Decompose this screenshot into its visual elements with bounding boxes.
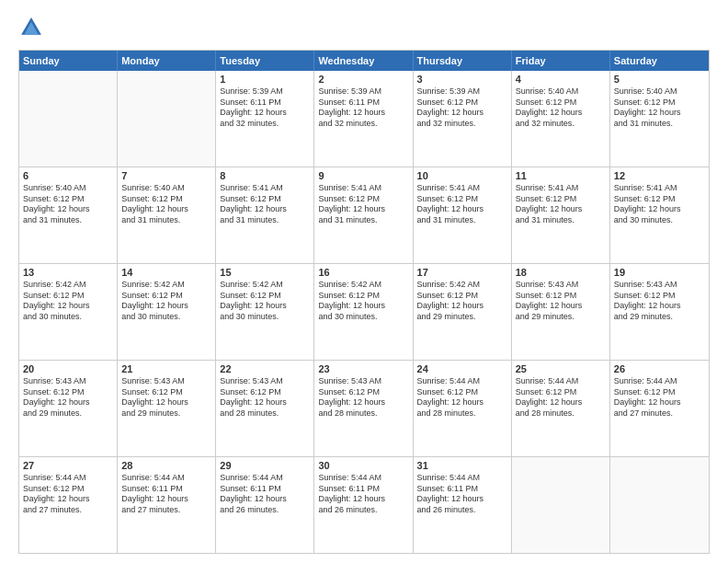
calendar-cell: 22Sunrise: 5:43 AM Sunset: 6:12 PM Dayli… (216, 361, 314, 456)
cell-info: Sunrise: 5:44 AM Sunset: 6:11 PM Dayligh… (318, 473, 408, 516)
day-number: 16 (318, 267, 408, 278)
day-number: 29 (220, 460, 310, 471)
calendar-row: 13Sunrise: 5:42 AM Sunset: 6:12 PM Dayli… (19, 263, 709, 360)
calendar-cell: 17Sunrise: 5:42 AM Sunset: 6:12 PM Dayli… (414, 264, 512, 360)
calendar-row: 27Sunrise: 5:44 AM Sunset: 6:12 PM Dayli… (19, 456, 709, 553)
calendar-cell: 7Sunrise: 5:40 AM Sunset: 6:12 PM Daylig… (118, 167, 216, 263)
cell-info: Sunrise: 5:43 AM Sunset: 6:12 PM Dayligh… (614, 280, 705, 323)
day-number: 25 (516, 363, 606, 374)
cell-info: Sunrise: 5:43 AM Sunset: 6:12 PM Dayligh… (318, 376, 408, 419)
cell-info: Sunrise: 5:41 AM Sunset: 6:12 PM Dayligh… (516, 183, 606, 226)
cell-info: Sunrise: 5:41 AM Sunset: 6:12 PM Dayligh… (220, 183, 310, 226)
calendar-cell: 3Sunrise: 5:39 AM Sunset: 6:12 PM Daylig… (414, 71, 512, 167)
page: SundayMondayTuesdayWednesdayThursdayFrid… (0, 0, 728, 563)
day-number: 19 (614, 267, 705, 278)
calendar-cell (19, 71, 118, 167)
day-number: 13 (23, 267, 113, 278)
day-number: 27 (23, 460, 113, 471)
day-number: 7 (121, 170, 211, 181)
cell-info: Sunrise: 5:39 AM Sunset: 6:12 PM Dayligh… (417, 86, 507, 130)
day-number: 1 (220, 74, 310, 85)
calendar-cell: 10Sunrise: 5:41 AM Sunset: 6:12 PM Dayli… (414, 167, 512, 263)
day-number: 6 (23, 170, 113, 181)
calendar-cell: 2Sunrise: 5:39 AM Sunset: 6:11 PM Daylig… (314, 71, 413, 167)
calendar-cell: 30Sunrise: 5:44 AM Sunset: 6:11 PM Dayli… (314, 457, 413, 553)
day-number: 23 (318, 363, 408, 374)
cal-header-cell: Tuesday (216, 51, 314, 71)
cell-info: Sunrise: 5:40 AM Sunset: 6:12 PM Dayligh… (121, 183, 211, 226)
calendar-cell: 4Sunrise: 5:40 AM Sunset: 6:12 PM Daylig… (512, 71, 610, 167)
day-number: 20 (23, 363, 113, 374)
calendar-cell: 31Sunrise: 5:44 AM Sunset: 6:11 PM Dayli… (414, 457, 512, 553)
calendar-cell: 20Sunrise: 5:43 AM Sunset: 6:12 PM Dayli… (19, 361, 118, 456)
cell-info: Sunrise: 5:41 AM Sunset: 6:12 PM Dayligh… (614, 183, 705, 226)
day-number: 8 (220, 170, 310, 181)
cell-info: Sunrise: 5:41 AM Sunset: 6:12 PM Dayligh… (417, 183, 507, 226)
calendar-row: 1Sunrise: 5:39 AM Sunset: 6:11 PM Daylig… (19, 71, 709, 167)
cell-info: Sunrise: 5:44 AM Sunset: 6:12 PM Dayligh… (614, 376, 705, 419)
calendar-cell: 13Sunrise: 5:42 AM Sunset: 6:12 PM Dayli… (19, 264, 118, 360)
cal-header-cell: Thursday (414, 51, 512, 71)
day-number: 11 (516, 170, 606, 181)
header (18, 15, 710, 40)
cell-info: Sunrise: 5:44 AM Sunset: 6:11 PM Dayligh… (220, 473, 310, 516)
cell-info: Sunrise: 5:40 AM Sunset: 6:12 PM Dayligh… (23, 183, 113, 226)
day-number: 4 (516, 74, 606, 85)
day-number: 12 (614, 170, 705, 181)
calendar-cell: 21Sunrise: 5:43 AM Sunset: 6:12 PM Dayli… (118, 361, 216, 456)
calendar-cell: 26Sunrise: 5:44 AM Sunset: 6:12 PM Dayli… (610, 361, 709, 456)
day-number: 14 (121, 267, 211, 278)
calendar-cell: 8Sunrise: 5:41 AM Sunset: 6:12 PM Daylig… (216, 167, 314, 263)
cell-info: Sunrise: 5:44 AM Sunset: 6:11 PM Dayligh… (121, 473, 211, 516)
calendar-cell: 19Sunrise: 5:43 AM Sunset: 6:12 PM Dayli… (610, 264, 709, 360)
cal-header-cell: Wednesday (314, 51, 413, 71)
cell-info: Sunrise: 5:42 AM Sunset: 6:12 PM Dayligh… (23, 280, 113, 323)
logo-icon (18, 15, 44, 40)
day-number: 18 (516, 267, 606, 278)
day-number: 22 (220, 363, 310, 374)
calendar-cell: 18Sunrise: 5:43 AM Sunset: 6:12 PM Dayli… (512, 264, 610, 360)
calendar-cell: 28Sunrise: 5:44 AM Sunset: 6:11 PM Dayli… (118, 457, 216, 553)
calendar-cell: 12Sunrise: 5:41 AM Sunset: 6:12 PM Dayli… (610, 167, 709, 263)
calendar-cell (512, 457, 610, 553)
day-number: 26 (614, 363, 705, 374)
day-number: 17 (417, 267, 507, 278)
calendar-cell: 23Sunrise: 5:43 AM Sunset: 6:12 PM Dayli… (314, 361, 413, 456)
calendar-cell: 15Sunrise: 5:42 AM Sunset: 6:12 PM Dayli… (216, 264, 314, 360)
cell-info: Sunrise: 5:44 AM Sunset: 6:12 PM Dayligh… (516, 376, 606, 419)
calendar: SundayMondayTuesdayWednesdayThursdayFrid… (18, 50, 710, 554)
calendar-header: SundayMondayTuesdayWednesdayThursdayFrid… (19, 51, 709, 71)
calendar-row: 6Sunrise: 5:40 AM Sunset: 6:12 PM Daylig… (19, 167, 709, 263)
calendar-cell: 27Sunrise: 5:44 AM Sunset: 6:12 PM Dayli… (19, 457, 118, 553)
day-number: 28 (121, 460, 211, 471)
day-number: 15 (220, 267, 310, 278)
day-number: 9 (318, 170, 408, 181)
cell-info: Sunrise: 5:39 AM Sunset: 6:11 PM Dayligh… (318, 86, 408, 130)
day-number: 3 (417, 74, 507, 85)
cell-info: Sunrise: 5:42 AM Sunset: 6:12 PM Dayligh… (121, 280, 211, 323)
cell-info: Sunrise: 5:40 AM Sunset: 6:12 PM Dayligh… (516, 86, 606, 130)
cell-info: Sunrise: 5:43 AM Sunset: 6:12 PM Dayligh… (23, 376, 113, 419)
calendar-cell (118, 71, 216, 167)
calendar-cell: 9Sunrise: 5:41 AM Sunset: 6:12 PM Daylig… (314, 167, 413, 263)
cal-header-cell: Sunday (19, 51, 118, 71)
cell-info: Sunrise: 5:41 AM Sunset: 6:12 PM Dayligh… (318, 183, 408, 226)
calendar-cell: 14Sunrise: 5:42 AM Sunset: 6:12 PM Dayli… (118, 264, 216, 360)
logo (18, 15, 48, 40)
cal-header-cell: Friday (512, 51, 610, 71)
cell-info: Sunrise: 5:43 AM Sunset: 6:12 PM Dayligh… (516, 280, 606, 323)
calendar-cell: 25Sunrise: 5:44 AM Sunset: 6:12 PM Dayli… (512, 361, 610, 456)
calendar-cell: 1Sunrise: 5:39 AM Sunset: 6:11 PM Daylig… (216, 71, 314, 167)
calendar-row: 20Sunrise: 5:43 AM Sunset: 6:12 PM Dayli… (19, 360, 709, 456)
cell-info: Sunrise: 5:42 AM Sunset: 6:12 PM Dayligh… (417, 280, 507, 323)
day-number: 10 (417, 170, 507, 181)
cell-info: Sunrise: 5:44 AM Sunset: 6:12 PM Dayligh… (23, 473, 113, 516)
day-number: 5 (614, 74, 705, 85)
cell-info: Sunrise: 5:44 AM Sunset: 6:12 PM Dayligh… (417, 376, 507, 419)
calendar-body: 1Sunrise: 5:39 AM Sunset: 6:11 PM Daylig… (19, 71, 709, 553)
cal-header-cell: Monday (118, 51, 216, 71)
calendar-cell (610, 457, 709, 553)
cal-header-cell: Saturday (610, 51, 709, 71)
day-number: 21 (121, 363, 211, 374)
cell-info: Sunrise: 5:39 AM Sunset: 6:11 PM Dayligh… (220, 86, 310, 130)
